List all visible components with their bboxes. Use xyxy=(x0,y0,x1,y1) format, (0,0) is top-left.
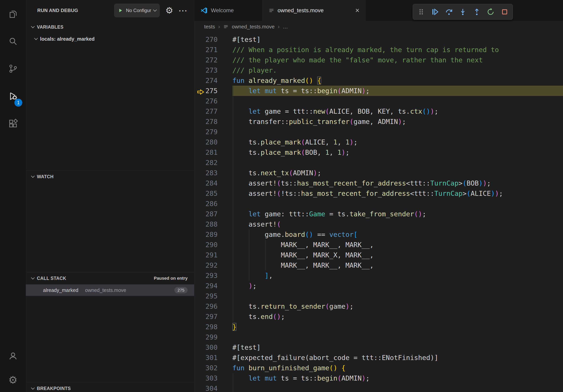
code-line-275[interactable]: 275 let mut ts = ts::begin(ADMIN); xyxy=(194,86,563,96)
code-line-297[interactable]: 297 ts.end(); xyxy=(194,312,563,322)
code-line-271[interactable]: 271/// When a position is already marked… xyxy=(194,45,563,55)
line-number[interactable]: 274 xyxy=(194,75,232,86)
line-number[interactable]: 294 xyxy=(194,281,232,291)
continue-button[interactable] xyxy=(429,6,441,18)
run-and-debug-icon[interactable]: 1 xyxy=(0,82,26,110)
code-line-302[interactable]: 302fun burn_unfinished_game() { xyxy=(194,363,563,373)
tab-owned-tests-move[interactable]: owned_tests.move × xyxy=(263,0,366,21)
line-number[interactable]: 301 xyxy=(194,353,232,363)
account-icon[interactable] xyxy=(0,344,26,368)
line-number[interactable]: 299 xyxy=(194,332,232,342)
line-number[interactable]: 285 xyxy=(194,188,232,198)
code-line-285[interactable]: 285 assert!(!ts::has_most_recent_for_add… xyxy=(194,188,563,198)
line-number[interactable]: 300 xyxy=(194,342,232,353)
line-number[interactable]: 282 xyxy=(194,157,232,168)
watch-header[interactable]: WATCH xyxy=(26,170,194,183)
code-line-277[interactable]: 277 let game = ttt::new(ALICE, BOB, KEY,… xyxy=(194,106,563,117)
line-number[interactable]: 292 xyxy=(194,260,232,270)
line-number[interactable]: 284 xyxy=(194,178,232,188)
code-line-284[interactable]: 284 assert!(ts::has_most_recent_for_addr… xyxy=(194,178,563,188)
line-number[interactable]: 304 xyxy=(194,383,232,392)
source-control-icon[interactable] xyxy=(0,55,26,82)
line-number[interactable]: 270 xyxy=(194,34,232,45)
step-out-button[interactable] xyxy=(471,6,483,18)
line-number[interactable]: 273 xyxy=(194,65,232,75)
line-number[interactable]: 302 xyxy=(194,363,232,373)
step-into-button[interactable] xyxy=(457,6,469,18)
code-line-274[interactable]: 274fun already_marked() { xyxy=(194,75,563,86)
extensions-icon[interactable] xyxy=(0,110,26,137)
explorer-icon[interactable] xyxy=(0,0,26,27)
line-number[interactable]: 283 xyxy=(194,168,232,178)
settings-gear-icon[interactable]: ⚙ xyxy=(0,368,26,392)
line-number[interactable]: 289 xyxy=(194,229,232,240)
debug-config-dropdown[interactable]: No Configur xyxy=(114,4,159,17)
code-line-282[interactable]: 282 xyxy=(194,157,563,168)
code-line-293[interactable]: 293 ], xyxy=(194,270,563,281)
line-number[interactable]: 303 xyxy=(194,373,232,383)
line-number[interactable]: 272 xyxy=(194,55,232,65)
code-line-273[interactable]: 273/// player. xyxy=(194,65,563,75)
line-number[interactable]: 290 xyxy=(194,240,232,250)
line-number[interactable]: 296 xyxy=(194,301,232,312)
line-number[interactable]: 286 xyxy=(194,198,232,209)
line-number[interactable]: 276 xyxy=(194,96,232,106)
breadcrumb-item-tests[interactable]: tests xyxy=(204,24,215,30)
line-number[interactable]: 287 xyxy=(194,209,232,219)
code-line-281[interactable]: 281 ts.place_mark(BOB, 1, 1); xyxy=(194,147,563,157)
code-line-283[interactable]: 283 ts.next_tx(ADMIN); xyxy=(194,168,563,178)
line-number[interactable]: 295 xyxy=(194,291,232,301)
line-number[interactable]: 293 xyxy=(194,270,232,281)
code-line-272[interactable]: 272/// the player who made the "false" m… xyxy=(194,55,563,65)
code-line-303[interactable]: 303 let mut ts = ts::begin(ADMIN); xyxy=(194,373,563,383)
call-stack-header[interactable]: CALL STACK Paused on entry xyxy=(26,272,194,284)
indent-guide xyxy=(249,250,249,260)
code-line-295[interactable]: 295 xyxy=(194,291,563,301)
code-line-299[interactable]: 299 xyxy=(194,332,563,342)
variables-header[interactable]: VARIABLES xyxy=(26,21,194,33)
code-line-286[interactable]: 286 xyxy=(194,198,563,209)
code-line-290[interactable]: 290 MARK__, MARK__, MARK__, xyxy=(194,240,563,250)
code-line-279[interactable]: 279 xyxy=(194,127,563,137)
code-line-270[interactable]: 270#[test] xyxy=(194,34,563,45)
stop-button[interactable] xyxy=(499,6,510,18)
line-number[interactable]: 280 xyxy=(194,137,232,147)
line-number[interactable]: 271 xyxy=(194,45,232,55)
code-editor[interactable]: 270#[test]271/// When a position is alre… xyxy=(194,32,563,392)
code-line-287[interactable]: 287 let game: ttt::Game = ts.take_from_s… xyxy=(194,209,563,219)
line-number[interactable]: 277 xyxy=(194,106,232,117)
breadcrumb-item-file[interactable]: owned_tests.move xyxy=(232,24,275,30)
code-line-288[interactable]: 288 assert!( xyxy=(194,219,563,229)
code-line-280[interactable]: 280 ts.place_mark(ALICE, 1, 1); xyxy=(194,137,563,147)
breakpoints-header[interactable]: BREAKPOINTS xyxy=(26,382,194,392)
line-number[interactable]: 288 xyxy=(194,219,232,229)
line-number[interactable]: 281 xyxy=(194,147,232,157)
code-line-296[interactable]: 296 ts.return_to_sender(game); xyxy=(194,301,563,312)
line-number[interactable]: 297 xyxy=(194,312,232,322)
code-line-298[interactable]: 298} xyxy=(194,322,563,332)
code-line-289[interactable]: 289 game.board() == vector[ xyxy=(194,229,563,240)
tab-welcome[interactable]: Welcome xyxy=(194,0,263,21)
line-number[interactable]: 278 xyxy=(194,117,232,127)
code-line-300[interactable]: 300#[test] xyxy=(194,342,563,353)
breadcrumb-item-more[interactable]: … xyxy=(283,24,288,30)
call-stack-frame-row[interactable]: already_marked owned_tests.move 275 xyxy=(26,284,194,296)
line-number[interactable]: 298 xyxy=(194,322,232,332)
variables-scope-row[interactable]: locals: already_marked xyxy=(26,33,194,45)
step-over-button[interactable] xyxy=(443,6,455,18)
toolbar-drag-handle[interactable] xyxy=(415,6,427,18)
code-line-292[interactable]: 292 MARK__, MARK__, MARK__, xyxy=(194,260,563,270)
code-line-294[interactable]: 294 ); xyxy=(194,281,563,291)
code-line-291[interactable]: 291 MARK__, MARK_X, MARK__, xyxy=(194,250,563,260)
code-line-276[interactable]: 276 xyxy=(194,96,563,106)
line-number[interactable]: 279 xyxy=(194,127,232,137)
more-actions-icon[interactable]: ⋯ xyxy=(178,6,187,15)
launch-settings-gear-icon[interactable]: ⚙ xyxy=(166,6,173,15)
code-line-301[interactable]: 301#[expected_failure(abort_code = ttt::… xyxy=(194,353,563,363)
code-line-304[interactable]: 304 xyxy=(194,383,563,392)
search-icon[interactable] xyxy=(0,27,26,55)
close-icon[interactable]: × xyxy=(355,7,359,14)
line-number[interactable]: 291 xyxy=(194,250,232,260)
code-line-278[interactable]: 278 transfer::public_transfer(game, ADMI… xyxy=(194,117,563,127)
restart-button[interactable] xyxy=(485,6,496,18)
